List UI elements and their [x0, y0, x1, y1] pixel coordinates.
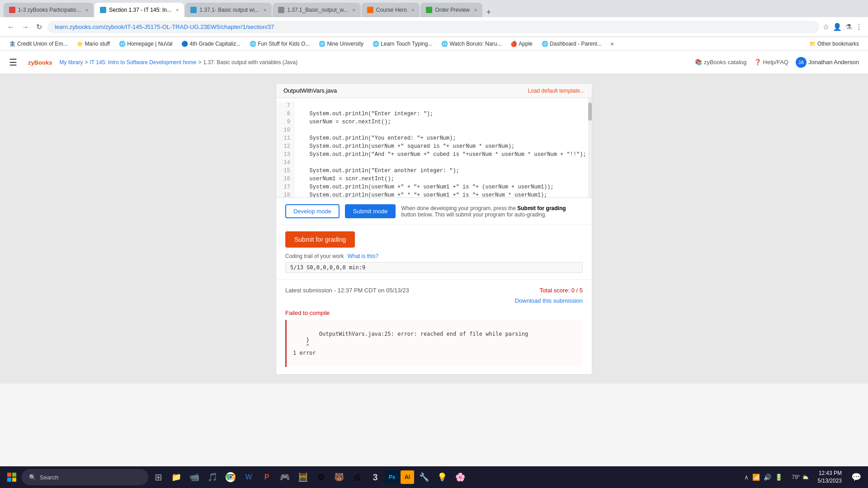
- forward-button[interactable]: →: [20, 22, 31, 32]
- download-submission-link[interactable]: Download this submission: [285, 297, 583, 304]
- load-template-button[interactable]: Load default template...: [528, 88, 585, 94]
- bookmark-touch-typing[interactable]: 🌐 Learn Touch Typing...: [369, 40, 436, 48]
- address-input[interactable]: [47, 21, 819, 33]
- vertical-scrollbar[interactable]: [588, 98, 592, 197]
- new-tab-button[interactable]: +: [483, 8, 494, 17]
- taskbar-extra1[interactable]: 🔧: [416, 469, 432, 485]
- tab-1-label: 1-3 zyBooks Participatio...: [18, 7, 81, 13]
- taskbar-right: ∧ 📶 🔊 🔋 79° ⛅ 12:43 PM 5/13/2023 💬: [741, 469, 864, 485]
- taskbar-gamepad[interactable]: 🎮: [277, 469, 293, 485]
- start-button[interactable]: [4, 469, 20, 485]
- tab-2-favicon: [100, 7, 106, 13]
- bookmark-star-icon[interactable]: ☆: [823, 23, 829, 31]
- bookmark-credit-union[interactable]: 🏦 Credit Union of Em...: [5, 40, 71, 48]
- extensions-icon[interactable]: ⚗: [845, 23, 852, 31]
- bookmark-label: Credit Union of Em...: [17, 41, 67, 47]
- tab-2-label: Section 1.37 - IT 145: In...: [109, 7, 171, 13]
- taskbar-settings[interactable]: ⚙: [313, 469, 329, 485]
- tab-5-label: Course Hero: [376, 7, 407, 13]
- taskbar-extra2[interactable]: 💡: [434, 469, 450, 485]
- tab-5[interactable]: Course Hero ×: [362, 3, 420, 17]
- taskbar-chrome[interactable]: [222, 469, 239, 485]
- help-label: Help/FAQ: [763, 59, 788, 66]
- battery-icon[interactable]: 🔋: [775, 474, 783, 481]
- taskbar-photoshop[interactable]: Ps: [385, 470, 399, 484]
- error-text: OutputWithVars.java:25: error: reached e…: [293, 331, 528, 356]
- bookmark-funstuff[interactable]: 🌐 Fun Stuff for Kids O...: [246, 40, 313, 48]
- taskbar-word[interactable]: W: [241, 469, 257, 485]
- tab-4-close[interactable]: ×: [352, 7, 355, 13]
- what-is-this-link[interactable]: What is this?: [347, 253, 378, 259]
- bookmark-dashboard[interactable]: 🌐 Dashboard - Parent...: [538, 40, 605, 48]
- bookmark-icon: 📁: [809, 41, 816, 47]
- help-faq-link[interactable]: ❓ Help/FAQ: [754, 59, 788, 66]
- code-line-10: [300, 126, 586, 134]
- volume-icon[interactable]: 🔊: [764, 474, 771, 481]
- user-avatar: JA: [796, 57, 807, 68]
- profile-icon[interactable]: 👤: [833, 23, 842, 31]
- code-line-18: System.out.println(userNum +" * "+ userN…: [300, 191, 586, 197]
- tab-4-label: 1.37.1_Basic_output_w...: [287, 7, 348, 13]
- svg-rect-1: [12, 473, 16, 477]
- taskbar-teams[interactable]: 📹: [186, 469, 203, 485]
- taskbar-file-explorer[interactable]: 📁: [168, 469, 184, 485]
- taskbar-3[interactable]: 3: [367, 469, 383, 485]
- tab-3[interactable]: 1.37.1- Basic output wi... ×: [185, 3, 272, 17]
- bookmark-4thgrade[interactable]: 🔵 4th Grade Capitaliz...: [178, 40, 244, 48]
- code-line-12: System.out.println(userNum +" squared is…: [300, 142, 586, 150]
- tab-6-close[interactable]: ×: [474, 7, 477, 13]
- bookmark-apple[interactable]: 🍎 Apple: [507, 40, 536, 48]
- network-icon[interactable]: 📶: [752, 474, 760, 481]
- submit-for-grading-button[interactable]: Submit for grading: [285, 231, 355, 248]
- taskbar-clock[interactable]: 12:43 PM 5/13/2023: [814, 469, 845, 485]
- taskbar-calculator[interactable]: 🧮: [295, 469, 311, 485]
- reload-button[interactable]: ↻: [34, 22, 44, 32]
- scrollbar-thumb[interactable]: [588, 103, 592, 121]
- taskbar-bear[interactable]: 🐻: [331, 469, 347, 485]
- tab-3-close[interactable]: ×: [264, 7, 266, 13]
- tab-1-close[interactable]: ×: [85, 7, 88, 13]
- bookmark-label: Mario stuff: [85, 41, 110, 47]
- breadcrumb-my-library[interactable]: My library: [59, 59, 83, 66]
- tab-2-close[interactable]: ×: [176, 7, 179, 13]
- user-menu[interactable]: JA Jonathan Anderson: [796, 57, 859, 68]
- back-button[interactable]: ←: [5, 22, 16, 32]
- weather-widget[interactable]: 79° ⛅: [789, 474, 811, 480]
- user-name-label: Jonathan Anderson: [808, 59, 859, 66]
- tab-bar: 1-3 zyBooks Participatio... × Section 1.…: [0, 0, 868, 17]
- taskbar-time-text: 12:43 PM: [818, 469, 842, 477]
- taskbar-ai[interactable]: Ai: [401, 470, 414, 484]
- notification-button[interactable]: 💬: [848, 469, 864, 485]
- taskbar-search-bar[interactable]: 🔍 Search: [22, 469, 148, 485]
- bookmark-nine-university[interactable]: 🌐 Nine University: [315, 40, 367, 48]
- taskbar-print[interactable]: 🖨: [349, 469, 365, 485]
- breadcrumb-course[interactable]: IT 145: Intro to Software Development ho…: [90, 59, 197, 66]
- taskbar-music[interactable]: 🎵: [204, 469, 221, 485]
- bookmark-more[interactable]: »: [607, 40, 618, 48]
- tab-6[interactable]: Order Preview ×: [420, 3, 482, 17]
- menu-icon[interactable]: ⋮: [855, 23, 863, 31]
- taskbar-powerpoint[interactable]: P: [259, 469, 275, 485]
- address-bar: ← → ↻ ☆ 👤 ⚗ ⋮: [0, 17, 868, 37]
- tab-5-close[interactable]: ×: [411, 7, 414, 13]
- taskbar-task-view[interactable]: ⊞: [150, 469, 166, 485]
- svg-point-7: [229, 476, 232, 479]
- bookmark-nuval[interactable]: 🌐 Homepage | NuVal: [115, 40, 176, 48]
- zybooks-logo: zyBooks: [24, 57, 52, 67]
- bookmark-boruto[interactable]: 🌐 Watch Boruto: Naru...: [438, 40, 505, 48]
- zybooks-catalog-link[interactable]: 📚 zyBooks catalog: [695, 59, 747, 66]
- code-content[interactable]: System.out.println("Enter integer: "); u…: [294, 102, 592, 197]
- breadcrumb-sep2: >: [198, 59, 201, 66]
- develop-mode-button[interactable]: Develop mode: [285, 204, 340, 218]
- up-arrow-icon[interactable]: ∧: [744, 474, 749, 481]
- tab-1[interactable]: 1-3 zyBooks Participatio... ×: [4, 3, 94, 17]
- tab-4[interactable]: 1.37.1_Basic_output_w... ×: [273, 3, 361, 17]
- taskbar-extra3[interactable]: 🌸: [452, 469, 468, 485]
- tab-2[interactable]: Section 1.37 - IT 145: In... ×: [94, 3, 184, 17]
- hamburger-menu[interactable]: ☰: [9, 57, 17, 68]
- submission-section: Latest submission - 12:37 PM CDT on 05/1…: [276, 280, 592, 374]
- bookmark-mario[interactable]: ⭐ Mario stuff: [73, 40, 113, 48]
- submit-mode-button[interactable]: Submit mode: [345, 204, 396, 218]
- bookmark-other[interactable]: 📁 Other bookmarks: [806, 40, 863, 48]
- weather-temp: 79°: [792, 474, 800, 480]
